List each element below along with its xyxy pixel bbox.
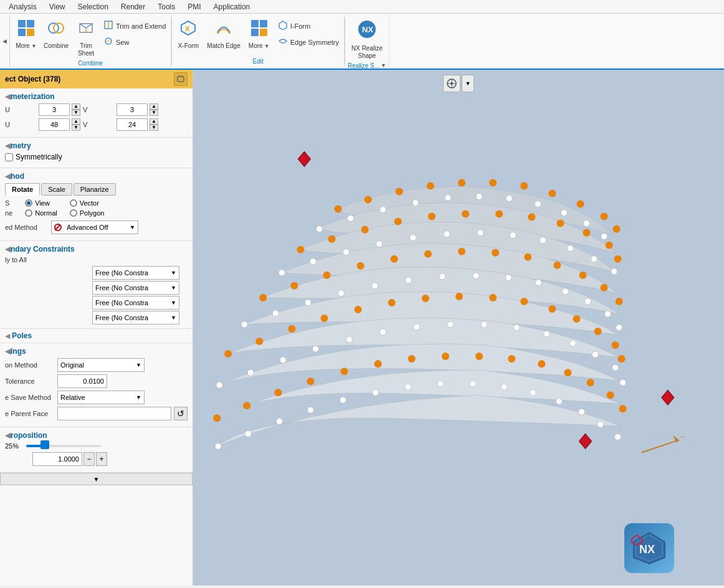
svg-point-65	[224, 350, 232, 358]
svg-point-84	[341, 368, 348, 375]
constraint-dropdown-1[interactable]: Free (No Constra ▼	[92, 266, 179, 280]
v-input-2[interactable]	[117, 118, 148, 131]
svg-marker-162	[298, 151, 310, 166]
svg-point-76	[573, 315, 580, 323]
on-method-dropdown[interactable]: Original ▼	[57, 358, 145, 372]
v-spin-down-1[interactable]: ▼	[150, 110, 158, 116]
svg-point-47	[528, 214, 535, 221]
trim-sheet-button[interactable]: TrimSheet	[72, 17, 100, 59]
menu-tools[interactable]: Tools	[151, 1, 181, 12]
u-input-1[interactable]	[39, 103, 70, 116]
radio-polygon[interactable]: Polygon	[70, 209, 105, 217]
viewport[interactable]: ▼	[193, 70, 724, 586]
composition-value-input[interactable]	[32, 452, 82, 466]
realize-dropdown-arrow[interactable]: ▼	[381, 62, 386, 69]
svg-point-79	[618, 355, 626, 363]
u-spin-up-1[interactable]: ▲	[72, 103, 80, 110]
value-increment[interactable]: +	[96, 452, 107, 466]
svg-point-104	[583, 220, 589, 227]
symmetrically-checkbox[interactable]	[5, 153, 13, 161]
svg-point-130	[605, 311, 611, 317]
radio-vector[interactable]: Vector	[70, 199, 105, 207]
panel-title: ect Object (378)	[5, 75, 60, 83]
menu-analysis[interactable]: Analysis	[2, 1, 43, 12]
svg-point-32	[427, 182, 434, 189]
svg-point-98	[412, 200, 419, 206]
value-decrement[interactable]: −	[83, 452, 95, 466]
menu-selection[interactable]: Selection	[71, 1, 114, 12]
svg-point-31	[396, 187, 403, 195]
svg-point-57	[424, 250, 432, 258]
svg-point-82	[274, 389, 282, 396]
menu-view[interactable]: View	[43, 1, 72, 12]
svg-point-66	[255, 338, 263, 345]
poles-row[interactable]: ◀ Poles	[0, 329, 193, 343]
symmetrically-label: Symmetrically	[16, 153, 62, 161]
svg-rect-18	[260, 29, 267, 36]
tab-rotate[interactable]: Rotate	[5, 183, 40, 196]
sew-button[interactable]: Sew	[101, 35, 168, 50]
tab-planarize[interactable]: Planarize	[74, 183, 116, 196]
parent-face-refresh[interactable]: ↺	[174, 407, 188, 420]
constraint-dropdown-2[interactable]: Free (No Constra ▼	[92, 281, 179, 295]
u-spin-down-1[interactable]: ▼	[72, 110, 80, 116]
radio-view[interactable]: View	[25, 199, 57, 207]
panel-scroll-down[interactable]: ▼	[0, 473, 193, 485]
parent-face-label: e Parent Face	[5, 410, 55, 417]
parent-face-input[interactable]	[57, 407, 171, 420]
u-spin-down-2[interactable]: ▼	[72, 125, 80, 131]
save-method-value: Relative	[60, 394, 85, 401]
svg-point-127	[535, 280, 541, 286]
u-spin-up-2[interactable]: ▲	[72, 118, 80, 125]
svg-point-52	[259, 294, 267, 301]
xform-button[interactable]: X X-Form	[174, 17, 202, 51]
menu-pmi[interactable]: PMI	[181, 1, 207, 12]
svg-point-61	[553, 262, 561, 269]
svg-point-107	[310, 258, 316, 265]
iform-button[interactable]: I-Form	[275, 19, 341, 34]
svg-point-129	[584, 298, 591, 305]
svg-point-105	[601, 234, 607, 240]
svg-point-62	[579, 272, 586, 279]
v-spinner-1: ▲ ▼	[150, 103, 158, 116]
iform-icon	[278, 20, 288, 32]
more-button-1[interactable]: More ▼	[12, 17, 40, 51]
ribbon-scroll-left[interactable]: ◀	[0, 15, 10, 67]
svg-point-120	[305, 300, 311, 306]
match-edge-button[interactable]: Match Edge	[204, 17, 242, 51]
nx-realize-button[interactable]: NX NX RealizeShape	[349, 17, 385, 61]
tab-scale[interactable]: Scale	[41, 183, 72, 196]
speed-method-dropdown[interactable]: Advanced Off ▼	[51, 220, 138, 234]
v-spin-up-2[interactable]: ▲	[150, 118, 158, 125]
radio-normal[interactable]: Normal	[25, 209, 57, 217]
menu-application[interactable]: Application	[207, 1, 257, 12]
svg-point-152	[373, 389, 379, 396]
svg-point-91	[564, 369, 571, 376]
svg-point-108	[343, 249, 350, 255]
edge-symmetry-button[interactable]: Edge Symmetry	[275, 35, 341, 50]
svg-point-69	[355, 306, 362, 313]
method-tabs: Rotate Scale Planarize	[5, 183, 188, 196]
svg-point-40	[297, 246, 304, 254]
save-method-dropdown[interactable]: Relative ▼	[57, 391, 145, 404]
v-input-1[interactable]	[117, 103, 148, 116]
svg-point-54	[323, 272, 330, 279]
svg-point-44	[428, 213, 436, 220]
svg-point-29	[335, 206, 342, 213]
composition-slider[interactable]	[26, 445, 101, 447]
method-title: ◀hod	[5, 172, 188, 181]
svg-point-124	[439, 273, 445, 280]
more-button-2[interactable]: More ▼	[245, 17, 273, 51]
v-spin-down-2[interactable]: ▼	[150, 125, 158, 131]
trim-extend-button[interactable]: Trim and Extend	[101, 19, 168, 34]
v-spin-up-1[interactable]: ▲	[150, 103, 158, 110]
constraint-dropdown-3[interactable]: Free (No Constra ▼	[92, 296, 179, 310]
svg-point-102	[535, 201, 541, 207]
panel-icon-button[interactable]	[174, 72, 188, 86]
menu-render[interactable]: Render	[115, 1, 151, 12]
tolerance-input[interactable]	[57, 374, 107, 388]
combine-button[interactable]: Combine	[41, 17, 71, 51]
constraint-dropdown-4[interactable]: Free (No Constra ▼	[92, 311, 179, 325]
slider-thumb[interactable]	[40, 440, 49, 449]
u-input-2[interactable]	[39, 118, 70, 131]
